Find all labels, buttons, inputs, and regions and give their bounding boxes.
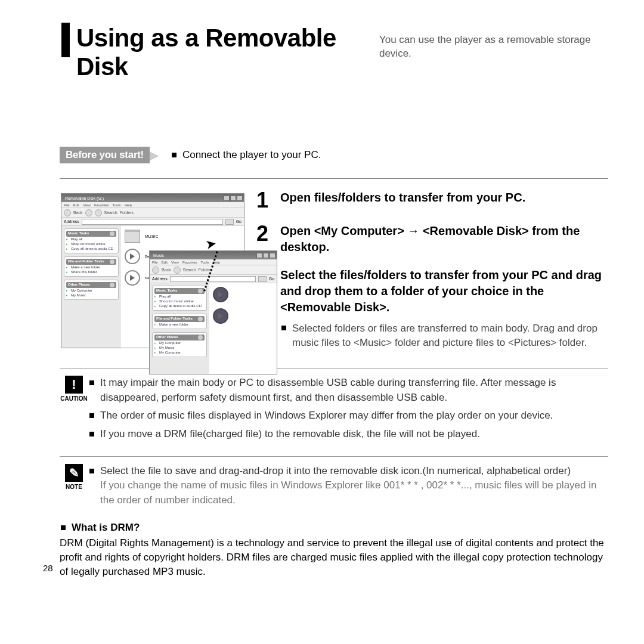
address-field bbox=[82, 219, 223, 225]
task-item: Play all bbox=[154, 294, 205, 299]
caution-item: If you move a DRM file(charged file) to … bbox=[88, 427, 608, 442]
menu-item: Help bbox=[125, 203, 132, 207]
task-item: Copy all items to audio CD bbox=[154, 304, 205, 308]
task-item: Copy all items to audio CD bbox=[66, 246, 116, 251]
divider bbox=[60, 456, 608, 457]
toolbar-back-label: Back bbox=[73, 210, 83, 215]
collapse-icon bbox=[198, 289, 203, 293]
maximize-icon bbox=[230, 196, 236, 201]
note-label: NOTE bbox=[66, 484, 82, 490]
step-text: Open <My Computer> → <Removable Disk> fr… bbox=[280, 223, 608, 255]
menu-item: Tools bbox=[201, 261, 209, 264]
caution-label: CAUTION bbox=[60, 395, 88, 402]
address-label: Address bbox=[64, 219, 79, 224]
forward-icon bbox=[174, 267, 181, 274]
collapse-icon bbox=[198, 335, 203, 340]
page-title: Using as a Removable Disk bbox=[76, 24, 372, 81]
caution-block: ! CAUTION It may impair the main body or… bbox=[60, 376, 608, 445]
panel-title: Other Places bbox=[68, 283, 90, 287]
music-file-icon bbox=[213, 308, 228, 324]
step-text: Open files/folders to transfer from your… bbox=[280, 190, 525, 211]
back-icon bbox=[64, 209, 71, 216]
menu-item: Tools bbox=[113, 203, 121, 207]
close-icon bbox=[270, 253, 275, 258]
before-you-start-row: Before you start! ▶ Connect the player t… bbox=[60, 147, 608, 163]
task-item: My Computer bbox=[66, 288, 116, 293]
title-row: Using as a Removable Disk You can use th… bbox=[76, 24, 608, 81]
section-tab bbox=[61, 23, 70, 57]
menu-item: Favorites bbox=[182, 261, 197, 264]
collapse-icon bbox=[198, 317, 203, 321]
go-label: Go bbox=[236, 219, 242, 224]
file-label: MUSIC bbox=[145, 234, 159, 239]
panel-title: Music Tasks bbox=[68, 231, 89, 236]
menu-item: Favorites bbox=[94, 203, 109, 207]
menu-item: View bbox=[171, 261, 179, 264]
collapse-icon bbox=[110, 283, 114, 287]
page-subtitle: You can use the player as a removable st… bbox=[379, 33, 608, 61]
step-number: 1 bbox=[256, 190, 272, 211]
caution-icon: ! bbox=[65, 376, 83, 394]
window-title: Music bbox=[151, 253, 164, 258]
note-item: Select the file to save and drag-and-dro… bbox=[88, 464, 608, 508]
forward-icon bbox=[85, 209, 92, 216]
address-label: Address bbox=[152, 277, 168, 281]
divider bbox=[60, 178, 608, 179]
caution-item: It may impair the main body or PC to dis… bbox=[88, 376, 608, 405]
caution-item: The order of music files displayed in Wi… bbox=[88, 408, 608, 423]
menu-item: Edit bbox=[162, 261, 168, 264]
task-item: Make a new folder bbox=[66, 265, 116, 270]
page-number: 28 bbox=[43, 563, 53, 573]
panel-title: File and Folder Tasks bbox=[68, 259, 104, 264]
go-label: Go bbox=[269, 277, 274, 281]
task-item: My Music bbox=[154, 345, 205, 350]
explorer-screenshot: Removable Disk (G:) File Edit View Favor… bbox=[60, 192, 250, 362]
task-item: Shop for music online bbox=[66, 242, 116, 246]
toolbar-search-label: Search bbox=[183, 268, 196, 272]
go-button bbox=[225, 219, 234, 225]
close-icon bbox=[237, 196, 243, 201]
toolbar-folders-label: Folders bbox=[120, 210, 134, 215]
go-button bbox=[258, 276, 267, 282]
note-line: Select the file to save and drag-and-dro… bbox=[100, 465, 571, 476]
menu-item: File bbox=[64, 203, 70, 207]
divider bbox=[60, 368, 608, 369]
folder-icon bbox=[125, 230, 140, 243]
menu-item: Edit bbox=[73, 203, 79, 207]
collapse-icon bbox=[110, 259, 114, 264]
music-file-icon bbox=[213, 287, 228, 302]
task-item: Play all bbox=[66, 237, 116, 242]
step-2: 2 Open <My Computer> → <Removable Disk> … bbox=[256, 223, 608, 255]
task-item: Share this folder bbox=[66, 270, 116, 274]
play-icon bbox=[125, 249, 140, 264]
up-icon bbox=[95, 209, 102, 216]
maximize-icon bbox=[263, 253, 269, 258]
minimize-icon bbox=[256, 253, 262, 258]
drm-heading: What is DRM? bbox=[60, 522, 608, 534]
menu-item: File bbox=[152, 261, 158, 264]
window-music-folder: Music File Edit View Favorites Tools Hel… bbox=[149, 250, 277, 374]
task-item: Make a new folder bbox=[154, 322, 205, 327]
address-field bbox=[170, 276, 256, 282]
step-3: 3 Select the files/folders to transfer f… bbox=[256, 267, 608, 350]
task-item: My Music bbox=[66, 293, 116, 298]
play-icon bbox=[125, 270, 140, 286]
bullet-icon bbox=[172, 153, 177, 157]
step-text: Select the files/folders to transfer fro… bbox=[280, 267, 608, 315]
panel-title: Music Tasks bbox=[156, 289, 177, 293]
step-1: 1 Open files/folders to transfer from yo… bbox=[256, 190, 608, 211]
drm-section: What is DRM? DRM (Digital Rights Managem… bbox=[60, 522, 608, 578]
toolbar-back-label: Back bbox=[162, 268, 171, 272]
panel-title: File and Folder Tasks bbox=[156, 317, 193, 321]
task-item: Shop for music online bbox=[154, 299, 205, 304]
toolbar-search-label: Search bbox=[104, 210, 117, 215]
note-line: If you change the name of music files in… bbox=[100, 478, 608, 507]
panel-title: Other Places bbox=[156, 335, 178, 340]
before-you-start-text: Connect the player to your PC. bbox=[182, 149, 321, 161]
task-item: My Computer bbox=[154, 340, 205, 345]
minimize-icon bbox=[224, 196, 230, 201]
note-block: ✎ NOTE Select the file to save and drag-… bbox=[60, 464, 608, 512]
menu-item: View bbox=[83, 203, 91, 207]
drm-body: DRM (Digital Rights Management) is a tec… bbox=[60, 536, 608, 578]
window-title: Removable Disk (G:) bbox=[63, 196, 104, 200]
